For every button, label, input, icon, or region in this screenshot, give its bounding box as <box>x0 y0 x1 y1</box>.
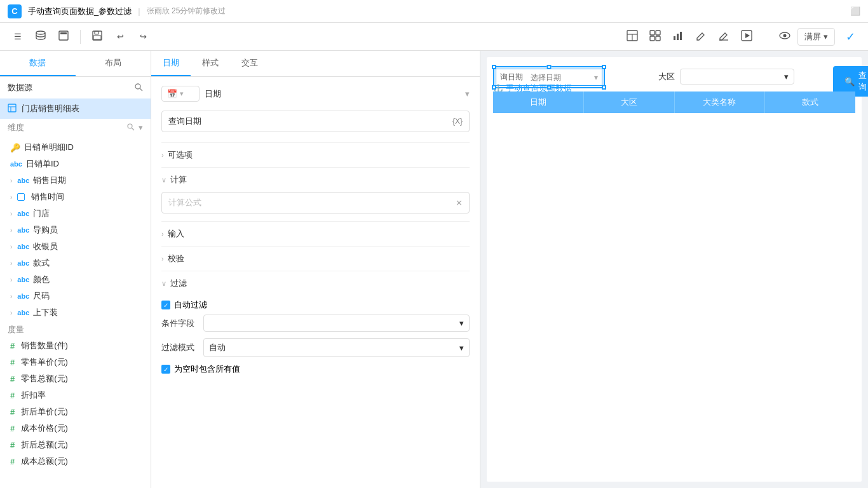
handle-tm[interactable] <box>547 65 552 69</box>
measure-item-4[interactable]: # 折后单价(元) <box>0 403 151 420</box>
key-icon: 🔑 <box>10 143 20 152</box>
tab-layout[interactable]: 布局 <box>76 51 151 76</box>
auto-filter-checkbox[interactable]: ✓ <box>161 301 170 309</box>
expand-icon-3: › <box>10 194 12 201</box>
field-tag: {X} <box>452 117 463 126</box>
tab-data[interactable]: 数据 <box>0 51 76 76</box>
abc-icon-2: abc <box>17 177 29 184</box>
tab-style[interactable]: 样式 <box>191 51 230 76</box>
menu-btn[interactable]: ☰ <box>8 27 28 47</box>
optional-label: 可选项 <box>168 149 193 161</box>
svg-rect-4 <box>95 31 98 34</box>
play-btn[interactable] <box>736 27 757 47</box>
dim-item-4[interactable]: › abc 门店 <box>0 205 151 222</box>
optional-section: › 可选项 <box>161 142 470 167</box>
input-header[interactable]: › 输入 <box>161 222 470 246</box>
dim-item-7[interactable]: › abc 款式 <box>0 255 151 271</box>
measure-item-5[interactable]: # 成本价格(元) <box>0 420 151 437</box>
tab-date[interactable]: 日期 <box>151 51 191 76</box>
dim-item-label-1: 日销单ID <box>26 158 59 170</box>
title-separator: | <box>138 6 140 16</box>
svg-point-0 <box>36 31 45 34</box>
svg-line-22 <box>140 88 142 91</box>
calc-formula-clear[interactable]: ✕ <box>456 198 463 208</box>
comp-type-label: 日期 <box>205 88 221 100</box>
measure-item-0[interactable]: # 销售数量(件) <box>0 337 151 354</box>
chart-btn[interactable] <box>668 27 688 47</box>
filter-mode-select[interactable]: 自动 ▾ <box>203 338 470 357</box>
optional-header[interactable]: › 可选项 <box>161 143 470 167</box>
grid-view-btn[interactable] <box>645 27 665 47</box>
hash-icon-7: # <box>10 457 15 466</box>
dim-item-10[interactable]: › abc 上下装 <box>0 304 151 321</box>
table-view-btn[interactable] <box>622 27 642 47</box>
null-include-checkbox[interactable]: ✓ <box>161 365 170 374</box>
null-include-label: 为空时包含所有值 <box>174 363 240 375</box>
comp-settings-icon[interactable]: ▾ <box>465 89 470 98</box>
dimension-expand-icon[interactable]: ▾ <box>139 123 143 133</box>
field-name-input[interactable]: 查询日期 {X} <box>161 111 470 132</box>
edit1-btn[interactable] <box>691 27 711 47</box>
hash-icon-6: # <box>10 440 15 450</box>
handle-tl[interactable] <box>492 65 496 69</box>
dim-item-3[interactable]: › 销售时间 <box>0 189 151 205</box>
dim-item-6[interactable]: › abc 收银员 <box>0 238 151 255</box>
filter-label: 过滤 <box>170 278 187 289</box>
input-section: › 输入 <box>161 221 470 246</box>
handle-br[interactable] <box>602 85 606 90</box>
dim-item-2[interactable]: › abc 销售日期 <box>0 172 151 189</box>
undo-btn[interactable]: ↩ <box>110 27 130 47</box>
dim-item-label-6: 收银员 <box>33 241 58 252</box>
toolbar-right: 满屏 ▾ ✓ <box>797 27 860 47</box>
condition-field-select[interactable]: ▾ <box>203 315 470 332</box>
right-panel: 询日期 ▾ 大区 ▾ 🔍 查询 ⚓ <box>480 51 868 488</box>
hash-icon-5: # <box>10 424 15 433</box>
calc-header[interactable]: ∨ 计算 <box>161 168 470 192</box>
measure-item-3[interactable]: # 折扣率 <box>0 387 151 403</box>
filter-mode-label: 过滤模式 <box>161 342 200 353</box>
handle-tr[interactable] <box>602 65 606 69</box>
save-btn[interactable] <box>87 27 107 47</box>
measure-item-7[interactable]: # 成本总额(元) <box>0 453 151 470</box>
dim-item-9[interactable]: › abc 尺码 <box>0 288 151 304</box>
daqu-select[interactable]: ▾ <box>680 69 794 85</box>
toolbar-separator-1 <box>80 30 81 44</box>
redo-icon: ↪ <box>140 32 147 41</box>
datasource-section-header: 数据源 <box>0 77 151 98</box>
dimension-search-icon[interactable] <box>126 123 135 133</box>
tab-interact[interactable]: 交互 <box>230 51 269 76</box>
date-dropdown-arrow[interactable]: ▾ <box>590 73 602 82</box>
search-icon[interactable] <box>134 83 143 93</box>
calc-formula-input[interactable]: 计算公式 ✕ <box>161 192 470 214</box>
dim-item-1[interactable]: abc 日销单ID <box>0 156 151 172</box>
eye-btn[interactable] <box>775 27 795 47</box>
th-date: 日期 <box>493 92 584 113</box>
window-button[interactable]: ⬜ <box>850 6 860 16</box>
fullscreen-btn[interactable]: 满屏 ▾ <box>797 28 835 46</box>
svg-rect-9 <box>650 30 654 35</box>
preview-btn[interactable] <box>53 27 74 47</box>
filter-header[interactable]: ∨ 过滤 <box>161 271 470 295</box>
dim-item-label-7: 款式 <box>33 257 50 269</box>
dim-item-5[interactable]: › abc 导购员 <box>0 222 151 238</box>
redo-btn[interactable]: ↪ <box>133 27 153 47</box>
datasource-item[interactable]: 门店销售明细表 <box>0 98 151 119</box>
validation-header[interactable]: › 校验 <box>161 247 470 271</box>
mid-content: 📅 ▾ 日期 ▾ 查询日期 {X} › 可选项 <box>151 77 480 488</box>
datasource-name: 门店销售明细表 <box>22 103 79 114</box>
measure-item-1[interactable]: # 零售单价(元) <box>0 354 151 370</box>
svg-marker-18 <box>745 33 750 38</box>
validation-label: 校验 <box>168 253 184 264</box>
comp-type-select[interactable]: 📅 ▾ <box>161 86 200 102</box>
edit2-btn[interactable] <box>714 27 734 47</box>
measure-item-2[interactable]: # 零售总额(元) <box>0 370 151 387</box>
dim-item-0[interactable]: 🔑 日销单明细ID <box>0 139 151 156</box>
dim-item-8[interactable]: › abc 颜色 <box>0 271 151 288</box>
box-icon-3 <box>17 193 25 201</box>
calc-section: ∨ 计算 计算公式 ✕ <box>161 167 470 221</box>
svg-rect-5 <box>93 36 101 39</box>
confirm-btn[interactable]: ✓ <box>840 27 860 47</box>
measure-item-6[interactable]: # 折后总额(元) <box>0 437 151 453</box>
dim-item-label-9: 尺码 <box>33 290 50 302</box>
datasource-btn[interactable] <box>31 27 51 47</box>
